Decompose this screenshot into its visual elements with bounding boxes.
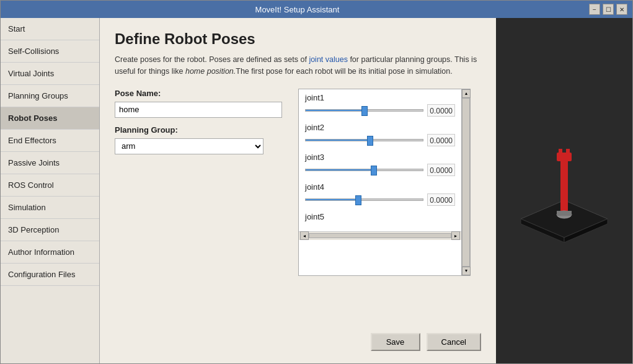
sidebar: Start Self-Collisions Virtual Joints Pla…: [1, 18, 100, 363]
robot-viewport: [496, 18, 632, 363]
window-controls: − ☐ ✕: [589, 4, 627, 15]
save-button[interactable]: Save: [371, 333, 420, 351]
joint-value: 0.0000: [427, 104, 455, 117]
joint-row: joint1 0.0000: [301, 93, 459, 117]
joint-slider[interactable]: [305, 195, 423, 205]
window-title: MoveIt! Setup Assistant: [6, 5, 589, 14]
planning-group-label: Planning Group:: [115, 125, 288, 135]
svg-rect-3: [560, 157, 568, 216]
scroll-down-arrow[interactable]: ▾: [462, 267, 471, 275]
sidebar-item-self-collisions[interactable]: Self-Collisions: [1, 40, 99, 63]
joint-row: joint3 0.0000: [301, 153, 459, 176]
page-title: Define Robot Poses: [115, 30, 481, 48]
joint-row: joint4 0.0000: [301, 182, 459, 206]
joint-row: joint2 0.0000: [301, 123, 459, 146]
cancel-button[interactable]: Cancel: [427, 333, 481, 351]
robot-svg: [502, 123, 626, 259]
svg-rect-6: [566, 149, 570, 155]
sidebar-item-author-information[interactable]: Author Information: [1, 241, 99, 264]
close-button[interactable]: ✕: [616, 4, 627, 15]
main-window: MoveIt! Setup Assistant − ☐ ✕ Start Self…: [0, 0, 633, 364]
joints-horizontal-scrollbar: ◂ ▸: [299, 231, 461, 240]
joint-slider-row: 0.0000: [305, 104, 455, 117]
maximize-button[interactable]: ☐: [603, 4, 614, 15]
sidebar-item-virtual-joints[interactable]: Virtual Joints: [1, 63, 99, 85]
joint-slider-row: 0.0000: [305, 193, 455, 206]
joint-slider[interactable]: [305, 135, 423, 145]
planning-group-select[interactable]: arm: [115, 138, 263, 154]
hscroll-left-arrow[interactable]: ◂: [300, 231, 309, 240]
content-area: Start Self-Collisions Virtual Joints Pla…: [1, 18, 632, 363]
joint-slider[interactable]: [305, 105, 423, 115]
joints-panel: joint1 0.0000: [298, 89, 471, 276]
main-content: Define Robot Poses Create poses for the …: [100, 18, 496, 363]
sidebar-item-ros-control[interactable]: ROS Control: [1, 174, 99, 197]
joints-scroll[interactable]: joint1 0.0000: [299, 89, 461, 231]
svg-rect-5: [559, 149, 562, 155]
description: Create poses for the robot. Poses are de…: [115, 54, 481, 78]
sidebar-item-end-effectors[interactable]: End Effectors: [1, 130, 99, 152]
joint-values-link[interactable]: joint values: [309, 55, 348, 64]
sidebar-item-passive-joints[interactable]: Passive Joints: [1, 152, 99, 174]
joint-value: 0.0000: [427, 164, 455, 176]
scroll-up-arrow[interactable]: ▴: [462, 89, 471, 98]
form-left: Pose Name: Planning Group: arm: [115, 89, 288, 154]
joint-name: joint3: [305, 153, 455, 162]
joint-value: 0.0000: [427, 134, 455, 146]
sidebar-item-planning-groups[interactable]: Planning Groups: [1, 85, 99, 107]
hscroll-right-arrow[interactable]: ▸: [451, 231, 460, 240]
minimize-button[interactable]: −: [589, 4, 600, 15]
scroll-track[interactable]: [462, 98, 470, 267]
sidebar-item-configuration-files[interactable]: Configuration Files: [1, 264, 99, 286]
robot-scene: [502, 123, 626, 259]
joint-row: joint5: [301, 212, 459, 221]
pose-name-input[interactable]: [115, 102, 282, 118]
joints-vertical-scrollbar: ▴ ▾: [461, 89, 470, 275]
home-position-text: home position.: [185, 67, 236, 76]
joint-slider-row: 0.0000: [305, 134, 455, 146]
svg-rect-8: [557, 211, 572, 216]
joint-value: 0.0000: [427, 193, 455, 206]
joint-name: joint5: [305, 212, 455, 221]
sidebar-item-3d-perception[interactable]: 3D Perception: [1, 219, 99, 241]
sidebar-item-simulation[interactable]: Simulation: [1, 197, 99, 219]
joint-name: joint1: [305, 93, 455, 102]
joint-name: joint2: [305, 123, 455, 132]
pose-name-label: Pose Name:: [115, 89, 288, 98]
bottom-buttons: Save Cancel: [115, 323, 481, 351]
joint-slider[interactable]: [305, 165, 423, 175]
hscroll-track[interactable]: [309, 233, 451, 238]
sidebar-item-start[interactable]: Start: [1, 18, 99, 40]
joint-name: joint4: [305, 182, 455, 192]
form-section: Pose Name: Planning Group: arm: [115, 89, 481, 276]
title-bar: MoveIt! Setup Assistant − ☐ ✕: [1, 1, 632, 18]
planning-group-select-wrap: arm: [115, 138, 288, 154]
sidebar-item-robot-poses[interactable]: Robot Poses: [1, 107, 99, 130]
joint-slider-row: 0.0000: [305, 164, 455, 176]
joints-content: joint1 0.0000: [299, 89, 461, 275]
